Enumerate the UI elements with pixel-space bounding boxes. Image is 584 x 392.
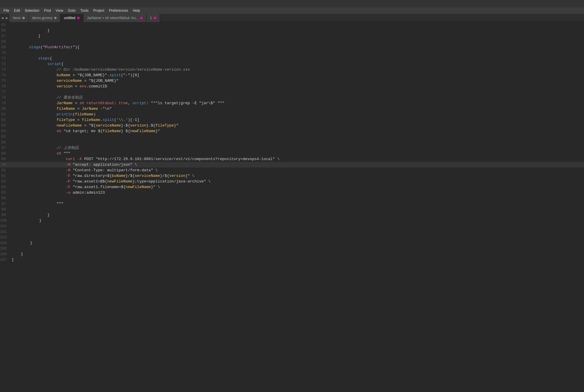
- menu-item-tools[interactable]: Tools: [78, 7, 91, 14]
- line-number-90: 90: [0, 162, 11, 167]
- tab-nav-back[interactable]: ◀: [0, 16, 5, 20]
- line-number-103: 103: [0, 235, 11, 240]
- line-74: 74 buName = "${JOB_NAME}".split("-")[0]: [0, 72, 584, 78]
- line-66: 66 }: [0, 28, 584, 33]
- line-70: 70: [0, 50, 584, 56]
- code-line-81: println(fileName): [11, 112, 96, 117]
- line-81: 81 println(fileName): [0, 112, 584, 117]
- code-line-72: script{: [11, 61, 63, 67]
- code-line-99: }: [11, 212, 50, 218]
- tab-untitled[interactable]: untitled: [60, 14, 83, 22]
- menu-item-project[interactable]: Project: [91, 7, 107, 14]
- line-number-78: 78: [0, 95, 11, 100]
- line-102: 102: [0, 229, 584, 235]
- line-104: 104 }: [0, 240, 584, 246]
- line-number-73: 73: [0, 67, 11, 72]
- tab-hexo[interactable]: hexo: [9, 14, 29, 22]
- line-number-102: 102: [0, 229, 11, 235]
- tab-1[interactable]: 1: [146, 14, 160, 22]
- line-71: 71 steps{: [0, 56, 584, 61]
- line-number-82: 82: [0, 117, 11, 123]
- line-number-79: 79: [0, 100, 11, 106]
- line-number-97: 97: [0, 201, 11, 207]
- menu-item-preferences[interactable]: Preferences: [107, 7, 131, 14]
- line-number-88: 88: [0, 151, 11, 156]
- code-line-91: -H "Content-Type: multipart/form-data" \: [11, 167, 158, 173]
- line-number-84: 84: [0, 128, 11, 134]
- line-number-75: 75: [0, 78, 11, 84]
- tab-1-close[interactable]: [154, 17, 156, 19]
- line-79: 79 JarName = sh returnStdout: true, scri…: [0, 100, 584, 106]
- tab-jarname-close[interactable]: [140, 17, 143, 19]
- code-line-79: JarName = sh returnStdout: true, script:…: [11, 100, 225, 106]
- line-number-67: 67: [0, 33, 11, 39]
- menu-item-selection[interactable]: Selection: [22, 7, 42, 14]
- code-line-66: }: [11, 28, 50, 33]
- code-line-107: }: [11, 257, 14, 263]
- menu-item-find[interactable]: Find: [42, 7, 53, 14]
- tab-bar: ◀ ▶ hexodemo.groovyuntitledJarName = sh …: [0, 14, 584, 22]
- line-number-98: 98: [0, 207, 11, 212]
- line-91: 91 -H "Content-Type: multipart/form-data…: [0, 167, 584, 173]
- line-number-72: 72: [0, 61, 11, 67]
- menu-item-edit[interactable]: Edit: [11, 7, 22, 14]
- menu-bar: FileEditSelectionFindViewGotoToolsProjec…: [0, 7, 584, 14]
- tab-nav-forward[interactable]: ▶: [5, 16, 9, 20]
- line-number-66: 66: [0, 28, 11, 33]
- code-line-83: newFileName = "${serviceName}-${version}…: [11, 123, 179, 128]
- code-area: 6566 }67 }6869 stage("PushArtifact"){707…: [0, 22, 584, 392]
- line-number-81: 81: [0, 112, 11, 117]
- line-101: 101: [0, 223, 584, 229]
- code-line-78: // 重命名制品: [11, 95, 83, 100]
- line-number-65: 65: [0, 22, 11, 28]
- code-line-89: curl -X POST "http://172.29.9.101:8081/s…: [11, 156, 280, 162]
- line-number-92: 92: [0, 173, 11, 179]
- code-line-88: sh """: [11, 151, 70, 156]
- line-83: 83 newFileName = "${serviceName}-${versi…: [0, 123, 584, 128]
- line-number-95: 95: [0, 190, 11, 195]
- line-number-86: 86: [0, 139, 11, 145]
- line-number-105: 105: [0, 246, 11, 251]
- line-number-94: 94: [0, 184, 11, 190]
- tab-demo-groovy-close[interactable]: [54, 17, 57, 19]
- line-93: 93 -F "raw.asset1=@${newFileName};type=a…: [0, 179, 584, 184]
- code-line-97: """: [11, 201, 63, 207]
- code-line-71: steps{: [11, 56, 52, 61]
- line-82: 82 fileType = fileName.split('\\.')[-1]: [0, 117, 584, 123]
- line-105: 105: [0, 246, 584, 251]
- line-number-87: 87: [0, 145, 11, 151]
- editor-container: 6566 }67 }6869 stage("PushArtifact"){707…: [0, 22, 584, 392]
- code-line-82: fileType = fileName.split('\\.')[-1]: [11, 117, 139, 123]
- line-73: 73 // Dir /buName/serviceName/version/se…: [0, 67, 584, 72]
- menu-item-file[interactable]: File: [1, 7, 11, 14]
- menu-item-view[interactable]: View: [53, 7, 66, 14]
- line-number-96: 96: [0, 195, 11, 201]
- line-number-99: 99: [0, 212, 11, 218]
- line-94: 94 -F "raw.asset1.filename=${newFileName…: [0, 184, 584, 190]
- tab-untitled-close[interactable]: [77, 17, 80, 19]
- line-106: 106 }: [0, 251, 584, 257]
- code-line-92: -F "raw.directory=${buName}/${serviceNam…: [11, 173, 194, 179]
- menu-item-goto[interactable]: Goto: [66, 7, 78, 14]
- line-78: 78 // 重命名制品: [0, 95, 584, 100]
- line-68: 68: [0, 39, 584, 44]
- tab-jarname[interactable]: JarName = sh returnStdout: tru...: [83, 14, 146, 22]
- line-number-107: 107: [0, 257, 11, 263]
- code-line-94: -F "raw.asset1.filename=${newFileName}" …: [11, 184, 160, 190]
- tab-demo-groovy[interactable]: demo.groovy: [29, 14, 60, 22]
- tab-hexo-close[interactable]: [22, 17, 25, 19]
- line-67: 67 }: [0, 33, 584, 39]
- line-96: 96: [0, 195, 584, 201]
- line-89: 89 curl -X POST "http://172.29.9.101:808…: [0, 156, 584, 162]
- menu-item-help[interactable]: Help: [131, 7, 143, 14]
- title-bar: [0, 0, 584, 7]
- line-number-83: 83: [0, 123, 11, 128]
- line-number-77: 77: [0, 89, 11, 95]
- line-92: 92 -F "raw.directory=${buName}/${service…: [0, 173, 584, 179]
- code-line-80: fileName = JarName -"\n": [11, 106, 112, 112]
- line-number-74: 74: [0, 72, 11, 78]
- code-line-104: }: [11, 240, 32, 246]
- line-number-100: 100: [0, 218, 11, 223]
- line-number-80: 80: [0, 106, 11, 112]
- line-98: 98: [0, 207, 584, 212]
